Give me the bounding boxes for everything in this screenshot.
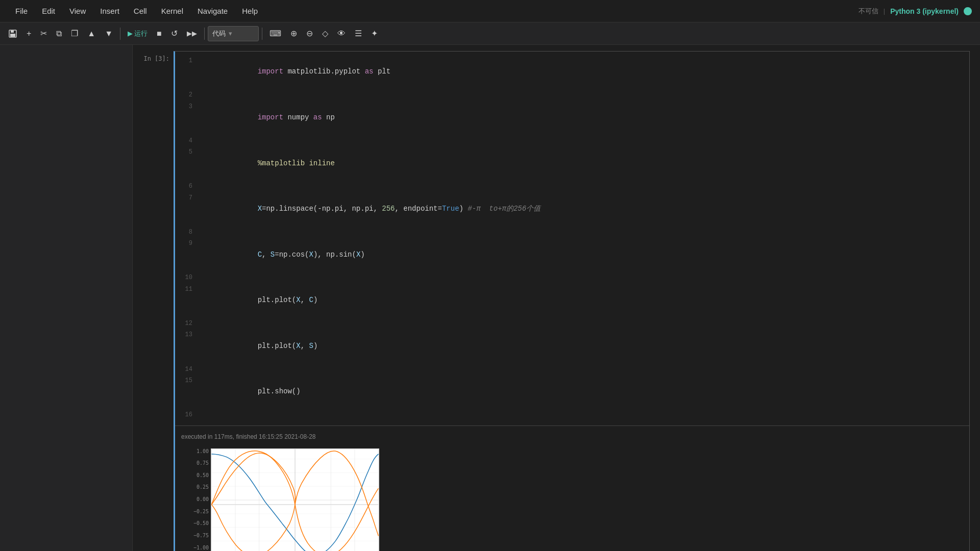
- plot-svg: [211, 449, 379, 552]
- y-label-1: 0.75: [197, 460, 209, 466]
- menubar: File Edit View Insert Cell Kernel Naviga…: [0, 0, 980, 22]
- restart-button[interactable]: ↺: [167, 26, 182, 42]
- menu-cell[interactable]: Cell: [127, 4, 154, 18]
- keyboard-button[interactable]: ⌨: [265, 26, 285, 42]
- move-down-button[interactable]: ▼: [101, 26, 117, 42]
- code-line-14: 14: [181, 363, 963, 374]
- zoom-in-button[interactable]: ⊕: [286, 26, 301, 42]
- code-line-6: 6: [181, 180, 963, 191]
- code-line-13: 13 plt.plot(X, S): [181, 329, 963, 363]
- execution-info: executed in 117ms, finished 16:15:25 202…: [181, 431, 963, 444]
- y-label-5: −0.25: [193, 509, 209, 514]
- y-label-4: 0.00: [197, 496, 209, 502]
- cell-list-button[interactable]: ☰: [351, 26, 366, 42]
- cell-type-label: 代码: [212, 29, 226, 38]
- preview-button[interactable]: 👁: [333, 26, 350, 42]
- toolbar-separator-3: [262, 28, 262, 40]
- plot-container: 1.00 0.75 0.50 0.25 0.00 −0.25 −0.50 −0.…: [181, 444, 963, 552]
- y-label-8: −1.00: [193, 545, 209, 550]
- add-cell-button[interactable]: +: [22, 26, 35, 42]
- zoom-out-button[interactable]: ⊖: [302, 26, 317, 42]
- code-line-8: 8: [181, 226, 963, 237]
- y-label-7: −0.75: [193, 533, 209, 538]
- code-line-3: 3 import numpy as np: [181, 101, 963, 135]
- menu-view[interactable]: View: [62, 4, 93, 18]
- svg-rect-2: [10, 34, 15, 37]
- kernel-status: 不可信 | Python 3 (ipykernel): [859, 7, 972, 16]
- code-line-2: 2: [181, 89, 963, 100]
- copy-button[interactable]: ⧉: [52, 26, 66, 42]
- cut-button[interactable]: ✂: [36, 26, 51, 42]
- fast-forward-button[interactable]: ▶▶: [183, 26, 201, 42]
- output-area: executed in 117ms, finished 16:15:25 202…: [175, 428, 969, 552]
- code-editor[interactable]: 1 import matplotlib.pyplot as plt 2 3: [175, 52, 969, 423]
- toolbar-separator-2: [204, 28, 205, 40]
- command-palette-button[interactable]: ◇: [318, 26, 332, 42]
- kernel-indicator: [964, 7, 972, 15]
- plot-chart: [211, 448, 379, 552]
- menu-edit[interactable]: Edit: [35, 4, 62, 18]
- cell-container: In [3]: 1 import matplotlib.pyplot as pl…: [133, 51, 980, 551]
- code-line-1: 1 import matplotlib.pyplot as plt: [181, 55, 963, 89]
- run-button[interactable]: ▶运行: [124, 26, 152, 42]
- cell-type-chevron: ▾: [229, 30, 232, 37]
- paste-button[interactable]: ❐: [67, 26, 82, 42]
- y-label-6: −0.50: [193, 520, 209, 526]
- code-line-7: 7 X=np.linspace(-np.pi, np.pi, 256, endp…: [181, 192, 963, 226]
- cell-type-select[interactable]: 代码 ▾: [208, 26, 259, 41]
- main-area: In [3]: 1 import matplotlib.pyplot as pl…: [0, 45, 980, 551]
- code-line-16: 16: [181, 409, 963, 420]
- toolbar: + ✂ ⧉ ❐ ▲ ▼ ▶运行 ■ ↺ ▶▶ 代码 ▾ ⌨ ⊕ ⊖ ◇ 👁 ☰ …: [0, 22, 980, 45]
- svg-rect-1: [11, 30, 14, 33]
- menu-navigate[interactable]: Navigate: [190, 4, 235, 18]
- notebook-area[interactable]: In [3]: 1 import matplotlib.pyplot as pl…: [133, 45, 980, 551]
- stop-button[interactable]: ■: [153, 26, 166, 42]
- y-label-3: 0.25: [197, 484, 209, 490]
- menu-file[interactable]: File: [8, 4, 35, 18]
- cell-label: In [3]:: [133, 51, 174, 62]
- menu-insert[interactable]: Insert: [93, 4, 127, 18]
- y-label-0: 1.00: [197, 448, 209, 454]
- menu-kernel[interactable]: Kernel: [154, 4, 190, 18]
- settings-button[interactable]: ✦: [367, 26, 382, 42]
- code-cell[interactable]: 1 import matplotlib.pyplot as plt 2 3: [174, 51, 970, 551]
- y-axis-labels: 1.00 0.75 0.50 0.25 0.00 −0.25 −0.50 −0.…: [193, 448, 209, 552]
- toolbar-separator-1: [120, 28, 120, 40]
- code-line-12: 12: [181, 317, 963, 329]
- move-up-button[interactable]: ▲: [83, 26, 100, 42]
- output-divider: [175, 425, 969, 426]
- menu-help[interactable]: Help: [235, 4, 265, 18]
- y-label-2: 0.50: [197, 472, 209, 478]
- code-line-9: 9 C, S=np.cos(X), np.sin(X): [181, 237, 963, 271]
- code-line-5: 5 %matplotlib inline: [181, 146, 963, 180]
- trusted-label: 不可信: [859, 7, 878, 16]
- code-line-10: 10: [181, 271, 963, 283]
- code-line-15: 15 plt.show(): [181, 374, 963, 409]
- left-sidebar: [0, 45, 133, 551]
- code-line-11: 11 plt.plot(X, C): [181, 283, 963, 317]
- kernel-name: Python 3 (ipykernel): [890, 7, 959, 15]
- code-line-4: 4: [181, 135, 963, 146]
- save-button[interactable]: [4, 26, 21, 42]
